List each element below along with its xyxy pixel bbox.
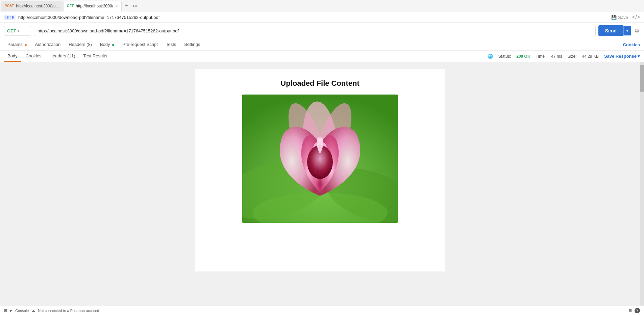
console-label[interactable]: Console xyxy=(15,309,29,313)
save-response-button[interactable]: Save Response ▾ xyxy=(604,54,640,59)
save-button[interactable]: 💾 Save xyxy=(611,15,628,20)
resp-headers-label: Headers (11) xyxy=(50,53,75,58)
tab-headers-label: Headers (8) xyxy=(69,42,92,47)
time-value: 47 ms xyxy=(551,54,562,59)
bottom-bar: ⊞ ▶ Console ☁ Not connected to a Postman… xyxy=(0,306,644,315)
response-status-bar: 🌐 Status: 200 OK Time: 47 ms Size: 44.29… xyxy=(488,54,640,59)
scrollbar-thumb[interactable] xyxy=(640,65,644,92)
more-tabs-button[interactable]: ••• xyxy=(131,3,140,9)
tab-get-method: GET xyxy=(67,4,74,8)
copy-button[interactable]: ⧉ xyxy=(634,28,640,34)
save-icon: 💾 xyxy=(611,15,617,20)
tab-settings[interactable]: Settings xyxy=(181,39,203,50)
tab-params-label: Params xyxy=(7,42,23,47)
tab-authorization-label: Authorization xyxy=(35,42,60,47)
scrollbar-track[interactable] xyxy=(640,62,644,306)
address-bar: HTTP http://localhost:3000/download-pdf?… xyxy=(0,12,644,23)
send-button[interactable]: Send xyxy=(598,25,623,36)
new-tab-button[interactable]: + xyxy=(122,2,130,9)
code-button[interactable]: </> xyxy=(632,14,640,20)
tab-post[interactable]: POST http://localhost:3000/u... xyxy=(1,1,63,11)
resp-body-label: Body xyxy=(7,53,18,58)
status-value: 200 OK xyxy=(516,54,530,59)
pdf-title: Uploaded File Content xyxy=(280,79,359,88)
body-dot xyxy=(112,44,114,46)
save-response-chevron-icon: ▾ xyxy=(638,54,640,59)
not-connected-label: Not connected to a Postman account xyxy=(38,309,99,313)
send-chevron-button[interactable]: ▾ xyxy=(623,26,631,35)
layout-icon[interactable]: ⊞ xyxy=(4,308,7,313)
resp-tab-body[interactable]: Body xyxy=(4,51,21,62)
params-dot xyxy=(25,44,27,46)
save-response-label: Save Response xyxy=(604,54,637,59)
size-label: Size: xyxy=(568,54,577,59)
http-icon: HTTP xyxy=(4,15,16,20)
tab-headers[interactable]: Headers (8) xyxy=(65,39,95,50)
address-actions: 💾 Save </> xyxy=(611,14,640,20)
tab-get[interactable]: GET http://localhost:3000/ × xyxy=(63,1,122,11)
request-tabs: Params Authorization Headers (8) Body Pr… xyxy=(0,39,644,51)
tab-prerequest[interactable]: Pre-request Script xyxy=(119,39,161,50)
bottom-bar-right: ⊞ ? xyxy=(629,308,640,313)
tab-settings-label: Settings xyxy=(184,42,200,47)
response-content[interactable]: Uploaded File Content xyxy=(0,62,640,306)
not-connected-icon: ☁ xyxy=(31,308,35,313)
method-select[interactable]: GET ▾ xyxy=(4,26,31,36)
bottom-right-icon1[interactable]: ⊞ xyxy=(629,308,632,313)
resp-tab-headers[interactable]: Headers (11) xyxy=(46,51,79,62)
tab-body-label: Body xyxy=(100,42,110,47)
tab-post-method: POST xyxy=(5,4,14,8)
resp-testresults-label: Test Results xyxy=(83,53,107,58)
tab-post-url: http://localhost:3000/u... xyxy=(16,4,59,8)
url-input[interactable]: http://localhost:3000/download-pdf?filen… xyxy=(34,26,596,36)
pdf-page: Uploaded File Content xyxy=(195,69,445,271)
resp-cookies-label: Cookies xyxy=(26,53,42,58)
tab-body[interactable]: Body xyxy=(97,39,118,50)
tab-bar: POST http://localhost:3000/u... GET http… xyxy=(0,0,644,12)
send-button-wrapper: Send ▾ xyxy=(598,25,631,36)
console-icon: ▶ xyxy=(10,309,13,312)
tab-get-url: http://localhost:3000/ xyxy=(76,4,113,8)
tab-tests[interactable]: Tests xyxy=(163,39,179,50)
response-tabs: Body Cookies Headers (11) Test Results 🌐… xyxy=(0,51,644,62)
tab-prerequest-label: Pre-request Script xyxy=(122,42,158,47)
tab-authorization[interactable]: Authorization xyxy=(31,39,64,50)
status-label: Status: xyxy=(498,54,511,59)
lotus-image xyxy=(242,95,398,223)
tab-tests-label: Tests xyxy=(166,42,176,47)
method-value: GET xyxy=(7,28,16,33)
address-url: http://localhost:3000/download-pdf?filen… xyxy=(18,15,609,20)
globe-icon: 🌐 xyxy=(488,54,493,59)
resp-tab-testresults[interactable]: Test Results xyxy=(80,51,110,62)
save-label: Save xyxy=(618,15,628,20)
response-body: Uploaded File Content xyxy=(0,62,644,306)
request-bar: GET ▾ http://localhost:3000/download-pdf… xyxy=(0,23,644,39)
tab-close-icon[interactable]: × xyxy=(115,4,118,8)
size-value: 44.29 KB xyxy=(582,54,599,59)
resp-tab-cookies[interactable]: Cookies xyxy=(22,51,45,62)
tab-params[interactable]: Params xyxy=(4,39,30,50)
cookies-link[interactable]: Cookies xyxy=(623,42,640,47)
time-label: Time: xyxy=(536,54,546,59)
method-chevron-icon: ▾ xyxy=(18,29,19,33)
bottom-right-icon2[interactable]: ? xyxy=(635,308,640,313)
